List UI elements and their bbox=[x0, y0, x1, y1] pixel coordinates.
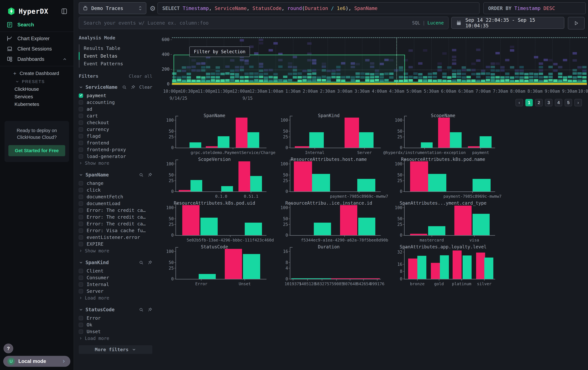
checkbox[interactable] bbox=[79, 100, 83, 105]
checkbox[interactable] bbox=[79, 188, 83, 192]
selection-box[interactable] bbox=[174, 55, 405, 82]
time-range-picker[interactable]: Sep 14 22:04:35 - Sep 15 10:04:35 bbox=[451, 17, 564, 29]
sidebar-item-client-sessions[interactable]: Client Sessions bbox=[0, 44, 74, 54]
filter-option-internal[interactable]: Internal bbox=[79, 281, 156, 288]
checkbox[interactable] bbox=[79, 93, 83, 98]
filter-option-ad[interactable]: ad bbox=[79, 106, 156, 112]
filter-show-more[interactable]: Show more bbox=[79, 247, 156, 254]
heatmap-plot[interactable]: Filter by Selection bbox=[172, 37, 587, 85]
checkbox[interactable] bbox=[79, 120, 83, 125]
filter-option-error-the-credit-card-[interactable]: Error: The credit card (… bbox=[79, 207, 156, 214]
analysis-mode-results-table[interactable]: Results Table bbox=[79, 44, 156, 52]
analysis-mode-event-patterns[interactable]: Event Patterns bbox=[79, 60, 156, 68]
checkbox[interactable] bbox=[79, 181, 83, 185]
checkbox[interactable] bbox=[79, 201, 83, 206]
search-icon[interactable] bbox=[122, 85, 127, 90]
checkbox[interactable] bbox=[79, 134, 83, 138]
pin-icon[interactable] bbox=[147, 307, 152, 312]
filter-option-unset[interactable]: Unset bbox=[79, 328, 156, 335]
search-icon[interactable] bbox=[139, 172, 144, 177]
checkbox[interactable] bbox=[79, 195, 83, 199]
search-icon[interactable] bbox=[139, 260, 144, 265]
page-button-1[interactable]: 1 bbox=[525, 99, 533, 106]
help-button[interactable]: ? bbox=[4, 344, 13, 353]
sidebar-collapse-icon[interactable] bbox=[61, 7, 68, 15]
filter-option-error-the-credit-card-[interactable]: Error: The credit card (… bbox=[79, 214, 156, 220]
user-menu[interactable]: U Local mode bbox=[3, 356, 70, 367]
preset-clickhouse[interactable]: ClickHouse bbox=[0, 85, 74, 93]
filter-option-frontend[interactable]: frontend bbox=[79, 140, 156, 146]
filter-option-load-generator[interactable]: load-generator bbox=[79, 153, 156, 160]
next-page-button[interactable]: › bbox=[575, 99, 582, 106]
checkbox[interactable] bbox=[79, 127, 83, 132]
filter-option-documentfetch[interactable]: documentFetch bbox=[79, 193, 156, 200]
checkbox[interactable] bbox=[79, 215, 83, 219]
pin-icon[interactable] bbox=[147, 260, 152, 265]
filter-option-consumer[interactable]: Consumer bbox=[79, 274, 156, 281]
checkbox[interactable] bbox=[79, 148, 83, 152]
filter-option-server[interactable]: Server bbox=[79, 288, 156, 295]
preset-services[interactable]: Services bbox=[0, 93, 74, 100]
filter-option-change[interactable]: change bbox=[79, 180, 156, 187]
page-button-2[interactable]: 2 bbox=[535, 99, 543, 106]
presets-toggle[interactable]: PRESETS bbox=[0, 78, 74, 85]
chevron-down-icon[interactable] bbox=[79, 173, 83, 177]
sidebar-item-search[interactable]: Search bbox=[0, 20, 74, 30]
prev-page-button[interactable]: ‹ bbox=[515, 99, 523, 106]
create-dashboard-button[interactable]: +Create Dashboard bbox=[0, 69, 74, 78]
lang-lucene[interactable]: Lucene bbox=[428, 20, 444, 26]
filter-option-frontend-proxy[interactable]: frontend-proxy bbox=[79, 146, 156, 153]
more-filters-button[interactable]: More filters bbox=[79, 345, 152, 354]
filter-option-click[interactable]: click bbox=[79, 187, 156, 193]
checkbox[interactable] bbox=[79, 141, 83, 145]
clear-filter-button[interactable]: Clear bbox=[139, 85, 152, 90]
sql-select-input[interactable]: SELECT Timestamp, ServiceName, StatusCod… bbox=[158, 2, 480, 14]
preset-kubernetes[interactable]: Kubernetes bbox=[0, 100, 74, 108]
filter-load-more[interactable]: Load more bbox=[79, 295, 156, 301]
checkbox[interactable] bbox=[79, 316, 83, 320]
filter-option-payment[interactable]: payment bbox=[79, 92, 156, 99]
pin-icon[interactable] bbox=[147, 172, 152, 177]
filter-option-flagd[interactable]: flagd bbox=[79, 133, 156, 140]
checkbox[interactable] bbox=[79, 242, 83, 246]
checkbox[interactable] bbox=[79, 229, 83, 233]
filter-option-ok[interactable]: Ok bbox=[79, 321, 156, 328]
chevron-down-icon[interactable] bbox=[79, 260, 83, 265]
filter-option-error-visa-cache-full-[interactable]: Error: Visa cache full: … bbox=[79, 227, 156, 234]
chevron-down-icon[interactable] bbox=[79, 85, 83, 90]
filter-option-eventlistener-error[interactable]: eventListener.error bbox=[79, 234, 156, 241]
filter-option-error-the-credit-card-[interactable]: Error: The credit card (… bbox=[79, 220, 156, 227]
search-icon[interactable] bbox=[139, 307, 144, 312]
sidebar-item-dashboards[interactable]: Dashboards bbox=[0, 54, 74, 64]
checkbox[interactable] bbox=[79, 282, 83, 287]
filter-option-error[interactable]: Error bbox=[79, 315, 156, 321]
page-button-5[interactable]: 5 bbox=[565, 99, 572, 106]
checkbox[interactable] bbox=[79, 154, 83, 159]
filter-option-cart[interactable]: cart bbox=[79, 112, 156, 119]
checkbox[interactable] bbox=[79, 107, 83, 111]
filter-option-expire[interactable]: EXPIRE bbox=[79, 241, 156, 247]
checkbox[interactable] bbox=[79, 269, 83, 273]
filter-load-more[interactable]: Load more bbox=[79, 335, 156, 342]
filter-option-documentload[interactable]: documentLoad bbox=[79, 200, 156, 207]
filter-option-client[interactable]: Client bbox=[79, 268, 156, 274]
filter-show-more[interactable]: Show more bbox=[79, 160, 156, 167]
filter-option-currency[interactable]: currency bbox=[79, 126, 156, 133]
page-button-3[interactable]: 3 bbox=[545, 99, 552, 106]
checkbox[interactable] bbox=[79, 114, 83, 118]
page-button-4[interactable]: 4 bbox=[555, 99, 562, 106]
sidebar-item-chart-explorer[interactable]: Chart Explorer bbox=[0, 33, 74, 44]
order-by-input[interactable]: ORDER BY Timestamp DESC bbox=[483, 2, 586, 14]
filter-by-selection-button[interactable]: Filter by Selection bbox=[189, 47, 250, 57]
chevron-down-icon[interactable] bbox=[79, 307, 83, 312]
checkbox[interactable] bbox=[79, 222, 83, 226]
analysis-mode-event-deltas[interactable]: Event Deltas bbox=[79, 52, 156, 60]
checkbox[interactable] bbox=[79, 235, 83, 240]
filter-option-accounting[interactable]: accounting bbox=[79, 99, 156, 106]
pin-icon[interactable] bbox=[131, 85, 136, 90]
checkbox[interactable] bbox=[79, 289, 83, 293]
clear-all-button[interactable]: Clear all bbox=[129, 74, 152, 79]
get-started-button[interactable]: Get Started for Free bbox=[8, 145, 65, 156]
checkbox[interactable] bbox=[79, 330, 83, 334]
run-query-button[interactable] bbox=[568, 17, 585, 30]
